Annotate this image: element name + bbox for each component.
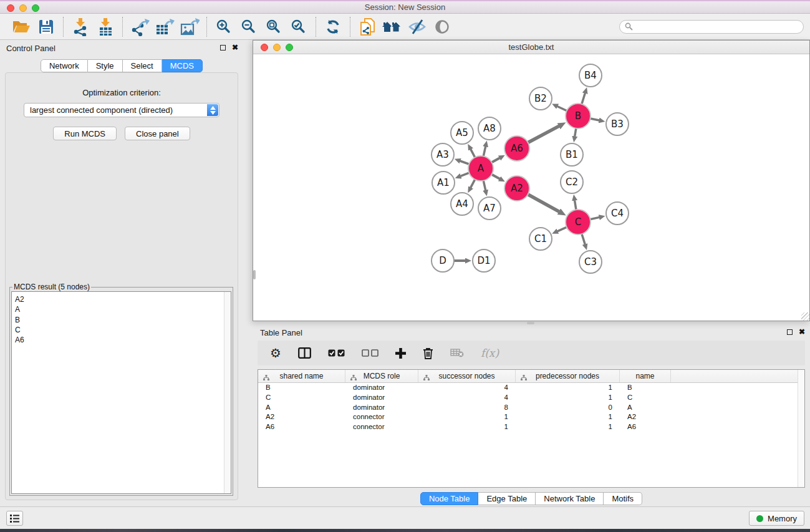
cell-mcds-role[interactable]: connector bbox=[345, 412, 418, 422]
column-view-icon[interactable] bbox=[298, 347, 311, 359]
graph-node-B1[interactable]: B1 bbox=[560, 143, 584, 167]
run-mcds-button[interactable]: Run MCDS bbox=[53, 127, 117, 140]
float-table-panel-icon[interactable] bbox=[787, 329, 793, 335]
graph-node-B[interactable]: B bbox=[565, 103, 591, 129]
table-row[interactable]: Adominator80A bbox=[258, 403, 804, 413]
minimize-network-window-button[interactable] bbox=[273, 44, 281, 51]
cell-shared-name[interactable]: A bbox=[258, 403, 345, 413]
tab-mcds[interactable]: MCDS bbox=[162, 59, 203, 72]
export-network-icon[interactable] bbox=[127, 16, 152, 38]
tab-node-table[interactable]: Node Table bbox=[420, 492, 479, 505]
table-row[interactable]: A2connector11A2 bbox=[258, 412, 804, 422]
cell-shared-name[interactable]: A6 bbox=[258, 422, 345, 432]
table-row[interactable]: A6connector11A6 bbox=[258, 422, 804, 432]
zoom-window-button[interactable] bbox=[32, 4, 39, 12]
cell-mcds-role[interactable]: dominator bbox=[345, 403, 418, 413]
table-scrollbar[interactable] bbox=[798, 370, 804, 487]
float-panel-icon[interactable] bbox=[220, 45, 226, 51]
memory-button[interactable]: Memory bbox=[749, 511, 804, 526]
cell-predecessor-nodes[interactable]: 1 bbox=[516, 383, 620, 393]
column-header-name[interactable]: name bbox=[620, 370, 671, 382]
table-row[interactable]: Cdominator41C bbox=[258, 393, 804, 403]
zoom-selected-icon[interactable] bbox=[286, 16, 311, 38]
mcds-result-item[interactable]: A6 bbox=[15, 335, 228, 345]
cell-mcds-role[interactable]: dominator bbox=[345, 393, 418, 403]
clone-network-icon[interactable] bbox=[355, 16, 380, 38]
mcds-result-list[interactable]: A2ABCA6 bbox=[11, 291, 231, 494]
cell-predecessor-nodes[interactable]: 1 bbox=[516, 422, 620, 432]
column-header-mcds-role[interactable]: MCDS role bbox=[345, 370, 418, 382]
graph-node-A[interactable]: A bbox=[468, 155, 494, 181]
cell-name[interactable]: A bbox=[620, 403, 671, 413]
zoom-network-window-button[interactable] bbox=[286, 44, 293, 51]
graph-node-C4[interactable]: C4 bbox=[605, 201, 629, 225]
canvas-vertical-scroll-thumb[interactable] bbox=[253, 270, 256, 279]
tab-motifs[interactable]: Motifs bbox=[604, 492, 642, 505]
network-window-titlebar[interactable]: testGlobe.txt bbox=[253, 41, 809, 54]
save-session-icon[interactable] bbox=[34, 16, 59, 38]
graph-node-A3[interactable]: A3 bbox=[431, 143, 455, 167]
close-panel-button[interactable]: Close panel bbox=[125, 127, 190, 140]
close-table-panel-icon[interactable]: ✖ bbox=[799, 328, 805, 336]
tab-style[interactable]: Style bbox=[88, 59, 123, 72]
graph-node-C3[interactable]: C3 bbox=[579, 250, 602, 274]
close-window-button[interactable] bbox=[7, 4, 14, 12]
hide-graphics-icon[interactable] bbox=[405, 16, 430, 38]
column-header-shared-name[interactable]: shared name bbox=[258, 370, 345, 382]
tab-edge-table[interactable]: Edge Table bbox=[478, 492, 536, 505]
column-header-successor-nodes[interactable]: successor nodes bbox=[418, 370, 516, 382]
cell-predecessor-nodes[interactable]: 0 bbox=[516, 403, 620, 413]
graph-node-A1[interactable]: A1 bbox=[432, 171, 455, 195]
cell-predecessor-nodes[interactable]: 1 bbox=[516, 412, 620, 422]
graph-node-C2[interactable]: C2 bbox=[560, 170, 584, 194]
tab-network[interactable]: Network bbox=[41, 59, 88, 72]
cell-successor-nodes[interactable]: 1 bbox=[418, 422, 516, 432]
task-history-button[interactable] bbox=[6, 511, 23, 526]
show-graphics-icon[interactable] bbox=[430, 16, 455, 38]
close-network-window-button[interactable] bbox=[261, 44, 268, 51]
mcds-result-item[interactable]: A bbox=[15, 304, 228, 314]
zoom-in-icon[interactable] bbox=[211, 16, 236, 38]
add-column-icon[interactable] bbox=[395, 348, 406, 359]
result-list-scrollbar[interactable] bbox=[224, 292, 231, 493]
cell-shared-name[interactable]: B bbox=[258, 383, 345, 393]
graph-node-B3[interactable]: B3 bbox=[605, 112, 629, 136]
graph-node-A4[interactable]: A4 bbox=[450, 192, 474, 216]
cell-shared-name[interactable]: A2 bbox=[258, 412, 345, 422]
graph-node-B4[interactable]: B4 bbox=[579, 64, 602, 87]
cell-name[interactable]: B bbox=[620, 383, 671, 393]
import-network-icon[interactable] bbox=[68, 16, 93, 38]
cell-mcds-role[interactable]: connector bbox=[345, 422, 418, 432]
cell-successor-nodes[interactable]: 8 bbox=[418, 403, 516, 413]
cell-shared-name[interactable]: C bbox=[258, 393, 345, 403]
network-canvas[interactable]: AA6A2BCA5A8A3A1A4A7B2B4B3B1C2C4C1C3DD1 bbox=[253, 54, 809, 321]
minimize-window-button[interactable] bbox=[19, 4, 27, 12]
table-settings-gear-icon[interactable]: ⚙ bbox=[270, 347, 281, 359]
graph-node-D[interactable]: D bbox=[431, 249, 455, 273]
mcds-result-item[interactable]: A2 bbox=[15, 294, 228, 304]
export-table-icon[interactable] bbox=[152, 16, 177, 38]
cell-mcds-role[interactable]: dominator bbox=[345, 383, 418, 393]
tab-network-table[interactable]: Network Table bbox=[536, 492, 604, 505]
function-builder-icon[interactable]: f(x) bbox=[481, 347, 499, 359]
cell-name[interactable]: A2 bbox=[620, 412, 671, 422]
cell-name[interactable]: A6 bbox=[620, 422, 671, 432]
close-panel-icon[interactable]: ✖ bbox=[232, 44, 238, 51]
tab-select[interactable]: Select bbox=[123, 59, 162, 72]
zoom-fit-icon[interactable] bbox=[261, 16, 286, 38]
graph-node-A5[interactable]: A5 bbox=[450, 121, 474, 145]
mcds-result-item[interactable]: B bbox=[15, 315, 228, 325]
open-file-icon[interactable] bbox=[9, 16, 34, 38]
delete-table-icon[interactable] bbox=[450, 349, 464, 357]
mcds-result-item[interactable]: C bbox=[15, 325, 228, 335]
refresh-icon[interactable] bbox=[321, 16, 345, 38]
graph-node-A6[interactable]: A6 bbox=[504, 135, 530, 162]
cell-predecessor-nodes[interactable]: 1 bbox=[516, 393, 620, 403]
search-input[interactable] bbox=[636, 22, 798, 31]
graph-node-A7[interactable]: A7 bbox=[478, 196, 501, 220]
graph-node-C1[interactable]: C1 bbox=[529, 227, 552, 251]
graph-node-D1[interactable]: D1 bbox=[472, 249, 496, 273]
cell-successor-nodes[interactable]: 1 bbox=[418, 412, 516, 422]
zoom-out-icon[interactable] bbox=[236, 16, 261, 38]
cell-name[interactable]: C bbox=[620, 393, 671, 403]
